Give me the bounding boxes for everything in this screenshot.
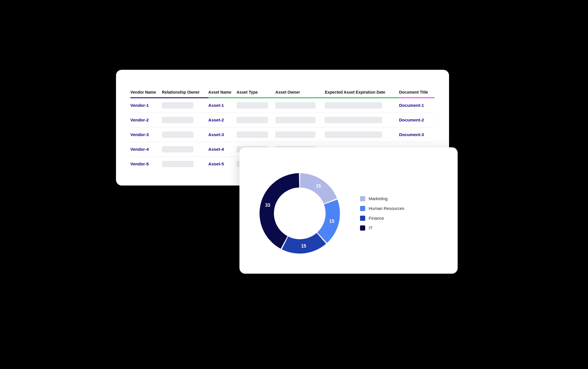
table-row: Vendor-2Asset-2Document-2 — [130, 113, 435, 127]
donut-label-0: 15 — [316, 183, 321, 188]
legend-label: Finance — [369, 216, 384, 221]
legend-label: Marketing — [369, 196, 388, 201]
relationship-owner-placeholder — [162, 117, 194, 123]
table-row: Vendor-3Asset-3Document-3 — [130, 127, 435, 142]
donut-segment-finance — [282, 233, 326, 253]
chart-area: 15151533 MarketingHuman ResourcesFinance… — [254, 167, 443, 259]
expiration-date-placeholder — [325, 132, 382, 138]
expiration-date-placeholder — [325, 117, 382, 123]
legend-label: Human Resources — [369, 206, 404, 211]
col-asset-owner: Asset Owner — [275, 90, 325, 98]
legend-color-box — [360, 196, 365, 201]
asset-link-2[interactable]: Asset-2 — [208, 117, 224, 122]
col-relationship-owner: Relationship Owner — [162, 90, 208, 98]
legend-item-finance: Finance — [360, 216, 404, 221]
vendor-link-3[interactable]: Vendor-3 — [130, 132, 149, 137]
doc-link-1[interactable]: Document-1 — [399, 103, 424, 108]
asset-owner-placeholder — [275, 117, 316, 123]
vendor-link-5[interactable]: Vendor-5 — [130, 161, 149, 166]
table-row: Vendor-1Asset-1Document-1 — [130, 98, 435, 113]
table-header-row: Vendor Name Relationship Owner Asset Nam… — [130, 90, 435, 98]
asset-type-placeholder — [237, 132, 268, 138]
col-document-title: Document Title — [399, 90, 435, 98]
relationship-owner-placeholder — [162, 102, 194, 109]
asset-link-1[interactable]: Asset-1 — [208, 103, 224, 108]
asset-type-placeholder — [237, 117, 268, 123]
doc-link-2[interactable]: Document-2 — [399, 117, 424, 122]
col-asset-name: Asset Name — [208, 90, 237, 98]
col-asset-type: Asset Type — [237, 90, 275, 98]
donut-segment-human-resources — [317, 199, 340, 243]
legend-item-marketing: Marketing — [360, 196, 404, 201]
doc-link-3[interactable]: Document-3 — [399, 132, 424, 137]
legend-label: IT — [369, 225, 372, 230]
asset-link-5[interactable]: Asset-5 — [208, 161, 224, 166]
chart-legend: MarketingHuman ResourcesFinanceIT — [360, 196, 404, 231]
legend-color-box — [360, 216, 365, 221]
col-vendor-name: Vendor Name — [130, 90, 162, 98]
donut-label-3: 33 — [265, 203, 270, 208]
chart-card: 15151533 MarketingHuman ResourcesFinance… — [239, 147, 458, 274]
donut-chart: 15151533 — [254, 167, 346, 259]
relationship-owner-placeholder — [162, 132, 194, 138]
relationship-owner-placeholder — [162, 146, 194, 152]
vendor-link-2[interactable]: Vendor-2 — [130, 117, 149, 122]
legend-item-human-resources: Human Resources — [360, 206, 404, 211]
asset-owner-placeholder — [275, 132, 316, 138]
asset-link-4[interactable]: Asset-4 — [208, 147, 224, 152]
asset-type-placeholder — [237, 102, 268, 109]
col-expiration-date: Expected Asset Expiration Date — [325, 90, 399, 98]
legend-color-box — [360, 225, 365, 231]
relationship-owner-placeholder — [162, 161, 194, 167]
vendor-link-1[interactable]: Vendor-1 — [130, 103, 149, 108]
asset-owner-placeholder — [275, 102, 316, 109]
donut-label-1: 15 — [329, 219, 334, 223]
legend-color-box — [360, 206, 365, 211]
vendor-link-4[interactable]: Vendor-4 — [130, 147, 149, 152]
donut-svg: 15151533 — [254, 167, 346, 259]
legend-item-it: IT — [360, 225, 404, 231]
donut-label-2: 15 — [301, 244, 306, 248]
donut-segment-it — [260, 173, 299, 249]
expiration-date-placeholder — [325, 102, 382, 109]
asset-link-3[interactable]: Asset-3 — [208, 132, 224, 137]
